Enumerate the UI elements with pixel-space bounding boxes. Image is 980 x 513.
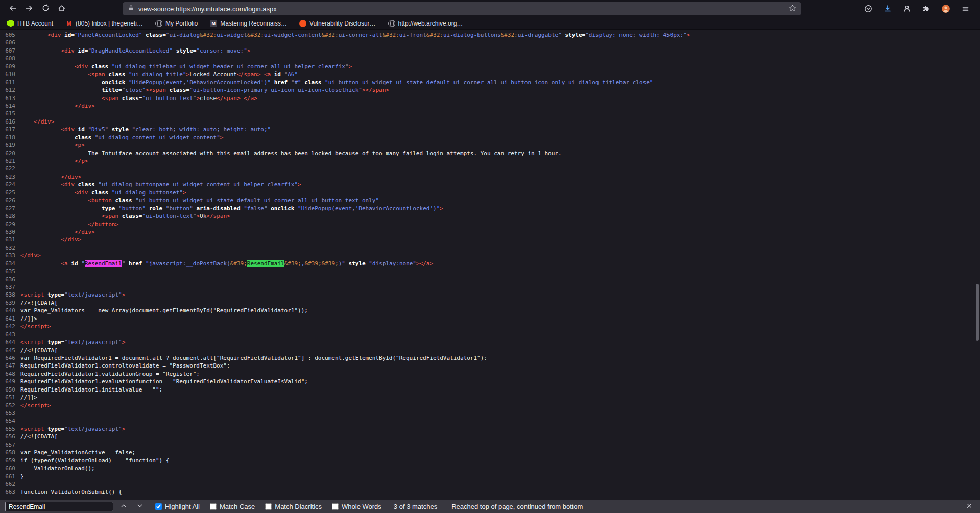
bookmark-item[interactable]: My Portfolio — [155, 20, 198, 27]
chevron-down-icon — [137, 503, 143, 510]
home-button[interactable] — [54, 2, 69, 16]
source-line: 662 — [4, 480, 980, 488]
source-token: &#32; — [383, 32, 399, 38]
line-number: 618 — [4, 134, 15, 141]
line-number: 608 — [4, 55, 15, 62]
source-token: Locked Account — [189, 71, 237, 78]
source-code: function ValidatorOnSubmit() { — [20, 488, 122, 495]
source-code: if (typeof(ValidatorOnLoad) == "function… — [20, 457, 169, 464]
source-token: " — [342, 260, 345, 267]
bookmark-item[interactable]: M(805) Inbox | thegeneti… — [65, 20, 143, 27]
bookmark-item[interactable]: HTB Account — [7, 20, 53, 27]
source-token: id — [274, 71, 281, 78]
source-token: "ui-button ui-widget ui-state-default ui… — [325, 79, 653, 86]
source-token — [20, 260, 61, 267]
source-code: <div id="PanelAccountLocked" class="ui-d… — [20, 32, 690, 38]
back-arrow-icon — [9, 4, 17, 14]
source-token: "cursor: move;" — [196, 47, 247, 54]
reload-button[interactable] — [38, 2, 53, 16]
url-bar[interactable]: view-source:https://my.intuiface.com/log… — [123, 2, 801, 15]
bookmark-item[interactable]: Vulnerability Disclosur… — [299, 20, 376, 27]
source-token: "HidePopup(event,'BehaviorAccountLocked'… — [129, 79, 271, 86]
source-token: "close" — [122, 87, 146, 93]
source-token — [20, 213, 102, 219]
downloads-icon[interactable] — [882, 2, 893, 16]
source-line: 650RequiredFieldValidator1.initialvalue … — [4, 386, 980, 394]
source-token: class — [146, 32, 162, 38]
back-button[interactable] — [5, 2, 20, 16]
source-token: style — [112, 126, 129, 133]
line-number: 650 — [4, 386, 15, 394]
source-code: </div> — [20, 174, 81, 180]
source-code: var RequiredFieldValidator1 = document.a… — [20, 355, 487, 361]
source-code: <div id="Div5" style="clear: both; width… — [20, 126, 271, 133]
find-option-match-diacritics[interactable]: Match Diacritics — [265, 503, 322, 510]
source-token — [271, 79, 274, 86]
find-option-match-case[interactable]: Match Case — [210, 503, 255, 510]
source-code: </script> — [20, 323, 51, 330]
line-number: 647 — [4, 362, 15, 370]
menu-icon[interactable] — [960, 2, 971, 16]
source-code: onclick="HidePopup(event,'BehaviorAccoun… — [20, 79, 653, 86]
browser-window: view-source:https://my.intuiface.com/log… — [0, 0, 980, 513]
source-code: <span class="ui-button-text">Ok</span> — [20, 213, 230, 219]
line-number: 644 — [4, 338, 15, 346]
source-token — [20, 32, 47, 38]
findbar-close-button[interactable] — [964, 502, 975, 512]
line-number: 643 — [4, 331, 15, 338]
pocket-icon[interactable] — [863, 2, 874, 16]
extensions-puzzle-icon[interactable] — [921, 2, 932, 16]
line-number: 627 — [4, 205, 15, 212]
source-line: 643 — [4, 331, 980, 338]
source-token: //<![CDATA[ — [20, 300, 58, 306]
find-option-highlight-all[interactable]: Highlight All — [155, 503, 200, 510]
source-token: > — [183, 189, 186, 196]
match-case-checkbox[interactable] — [210, 503, 217, 510]
scrollbar-thumb[interactable] — [976, 284, 979, 341]
source-token: </div> — [61, 236, 81, 243]
source-token: style — [349, 260, 366, 267]
bookmark-item[interactable]: http://web.archive.org… — [388, 20, 463, 27]
line-number: 651 — [4, 394, 15, 401]
find-option-whole-words[interactable]: Whole Words — [332, 503, 381, 510]
line-number: 629 — [4, 221, 15, 228]
whole-words-checkbox[interactable] — [332, 503, 339, 510]
source-line: 651//]]> — [4, 394, 980, 401]
bookmark-star-icon[interactable] — [788, 4, 796, 14]
forward-button[interactable] — [21, 2, 37, 16]
line-number: 610 — [4, 70, 15, 78]
line-number: 615 — [4, 110, 15, 117]
find-input[interactable] — [5, 502, 113, 511]
bookmark-label: Mastering Reconnaiss… — [220, 20, 287, 27]
source-code: class="ui-dialog-content ui-widget-conte… — [20, 134, 223, 141]
source-token — [271, 71, 274, 78]
source-line: 610 <span class="ui-dialog-title">Locked… — [4, 70, 980, 78]
line-number: 613 — [4, 94, 15, 102]
source-line: 632 — [4, 244, 980, 252]
source-token: </a> — [244, 95, 257, 102]
find-previous-button[interactable] — [117, 502, 130, 512]
source-token: = — [125, 79, 129, 86]
lock-icon[interactable] — [128, 4, 134, 13]
match-diacritics-checkbox[interactable] — [265, 503, 272, 510]
bookmark-item[interactable]: MMastering Reconnaiss… — [210, 20, 287, 27]
find-next-button[interactable] — [134, 502, 146, 512]
scrollbar[interactable] — [975, 30, 980, 500]
highlight-all-checkbox[interactable] — [155, 503, 162, 510]
source-token: </p> — [75, 158, 88, 164]
url-text[interactable]: view-source:https://my.intuiface.com/log… — [138, 5, 784, 13]
source-line: 647RequiredFieldValidator1.controltovali… — [4, 362, 980, 370]
source-code: } — [20, 473, 24, 480]
line-number: 635 — [4, 267, 15, 275]
source-code: <p> — [20, 142, 85, 149]
account-icon[interactable] — [901, 2, 913, 16]
source-token: RequiredFieldValidator1.evaluationfuncti… — [20, 378, 308, 385]
source-link[interactable]: javascript:__doPostBack( — [149, 260, 230, 267]
source-token — [20, 71, 88, 78]
source-token: class — [108, 71, 125, 78]
source-token: ValidatorOnLoad(); — [20, 465, 95, 472]
source-line: 614 </div> — [4, 102, 980, 110]
profile-avatar[interactable] — [940, 2, 951, 16]
source-line: 622 — [4, 165, 980, 173]
source-token: " — [298, 79, 301, 86]
